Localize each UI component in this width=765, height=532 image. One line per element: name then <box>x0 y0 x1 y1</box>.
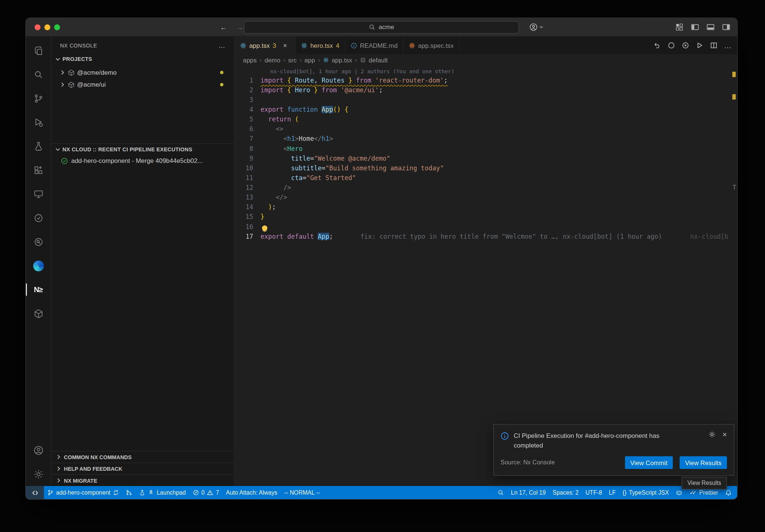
customize-layout-icon[interactable] <box>675 23 684 31</box>
toggle-secondary-sidebar-icon[interactable] <box>722 23 730 31</box>
indentation-status[interactable]: Spaces: 2 <box>549 486 582 499</box>
vim-mode-status[interactable]: -- NORMAL -- <box>281 486 323 499</box>
code-line[interactable]: 7 <h1>Home</h1> <box>235 134 737 144</box>
minimize-window-button[interactable] <box>44 24 50 30</box>
explorer-icon[interactable] <box>26 38 51 62</box>
code-line[interactable]: 14 ); <box>235 202 737 212</box>
cursor-position-status[interactable]: Ln 17, Col 19 <box>508 486 549 499</box>
code-line[interactable]: 1import { Route, Routes } from 'react-ro… <box>235 75 737 85</box>
source-control-icon[interactable] <box>26 86 51 110</box>
edge-browser-icon[interactable] <box>26 254 51 278</box>
nx-cloud-icon[interactable] <box>26 206 51 230</box>
code-line[interactable]: 15} <box>235 212 737 222</box>
settings-gear-icon[interactable] <box>26 462 51 486</box>
breadcrumb-item[interactable]: apps <box>243 56 257 64</box>
code-line[interactable]: 4export function App() { <box>235 105 737 115</box>
testing-icon[interactable] <box>26 134 51 158</box>
notification-close-icon[interactable]: × <box>722 431 727 438</box>
notification-settings-gear-icon[interactable] <box>708 431 716 438</box>
notification-message: CI Pipeline Execution for #add-hero-comp… <box>514 431 678 451</box>
more-actions-icon[interactable]: … <box>724 41 731 49</box>
breadcrumb-item[interactable]: app <box>304 56 315 64</box>
encoding-status[interactable]: UTF-8 <box>582 486 606 499</box>
code-line[interactable]: 8 <Hero <box>235 144 737 154</box>
extensions-icon[interactable] <box>26 158 51 182</box>
code-line[interactable]: 2import { Hero } from '@acme/ui'; <box>235 86 737 95</box>
breadcrumb-item[interactable]: src <box>288 56 297 64</box>
nx-migrate-section[interactable]: NX MIGRATE <box>51 474 234 486</box>
nx-cloud-section-header[interactable]: NX CLOUD :: RECENT CI PIPELINE EXECUTION… <box>51 144 234 155</box>
language-mode-status[interactable]: {} TypeScript JSX <box>619 486 672 499</box>
line-number: 13 <box>235 193 260 202</box>
projects-section-header[interactable]: PROJECTS <box>51 54 234 65</box>
breadcrumb-separator: › <box>318 57 320 64</box>
problems-status[interactable]: 0 7 <box>189 486 223 499</box>
breadcrumb-item[interactable]: demo <box>264 56 280 64</box>
nav-forward-icon[interactable]: → <box>236 23 244 31</box>
view-commit-button[interactable]: View Commit <box>625 457 673 469</box>
code-line[interactable]: 11 cta="Get Started" <box>235 173 737 183</box>
zoom-status[interactable] <box>495 486 508 499</box>
git-branch-status[interactable]: add-hero-component <box>44 486 123 499</box>
inline-git-blame-author: nx-cloud[b <box>690 232 737 241</box>
account-icon[interactable] <box>26 438 51 462</box>
command-center-search[interactable]: acme <box>244 21 519 34</box>
run-debug-icon[interactable] <box>26 110 51 134</box>
tab-readme-md[interactable]: README.md <box>345 37 403 54</box>
discard-icon[interactable] <box>653 41 661 49</box>
maximize-window-button[interactable] <box>54 24 60 30</box>
chevron-down-icon <box>55 56 61 62</box>
lightbulb-icon[interactable] <box>262 225 267 231</box>
tab-hero-tsx[interactable]: hero.tsx 4 <box>296 37 346 54</box>
close-window-button[interactable] <box>35 24 41 30</box>
auto-attach-status[interactable]: Auto Attach: Always <box>223 486 281 499</box>
toggle-panel-icon[interactable] <box>706 23 715 31</box>
code-line[interactable]: 3 <box>235 95 737 105</box>
project-item-acme-demo[interactable]: @acme/demo <box>51 66 234 79</box>
project-item-acme-ui[interactable]: @acme/ui <box>51 78 234 91</box>
run-icon[interactable] <box>696 41 704 49</box>
code-line[interactable]: 5 return ( <box>235 115 737 124</box>
common-nx-commands-section[interactable]: COMMON NX COMMANDS <box>51 451 234 463</box>
profile-menu-button[interactable] <box>529 23 543 31</box>
code-search-icon[interactable] <box>26 230 51 254</box>
line-number: 12 <box>235 183 260 193</box>
more-actions-icon[interactable]: … <box>219 41 226 49</box>
code-line[interactable]: 12 /> <box>235 183 737 193</box>
tab-app-tsx[interactable]: app.tsx 3 × <box>235 37 295 54</box>
remote-explorer-icon[interactable] <box>26 182 51 206</box>
code-editor[interactable]: nx-cloud[bot], 1 hour ago | 2 authors (Y… <box>235 66 737 486</box>
tab-app-spec-tsx[interactable]: app.spec.tsx <box>403 37 459 54</box>
breadcrumb-item[interactable]: app.tsx <box>332 56 352 64</box>
search-icon[interactable] <box>26 62 51 86</box>
pipeline-execution-item[interactable]: add-hero-component - Merge 409b44e5cb02.… <box>51 155 234 167</box>
launchpad-status[interactable]: Launchpad <box>136 486 189 499</box>
git-graph-button[interactable] <box>123 486 136 499</box>
close-icon[interactable]: × <box>280 40 290 50</box>
nav-back-icon[interactable]: ← <box>220 23 227 31</box>
breadcrumbs: apps › demo › src › app › app.tsx › defa… <box>235 54 737 66</box>
code-line[interactable]: 13 </> <box>235 193 737 202</box>
remote-indicator[interactable] <box>26 486 44 499</box>
overview-ruler[interactable]: T <box>731 66 737 486</box>
chevron-right-icon <box>56 466 61 471</box>
section-label: NX MIGRATE <box>64 477 97 483</box>
toggle-primary-sidebar-icon[interactable] <box>691 23 699 31</box>
breadcrumb-item[interactable]: default <box>369 56 388 64</box>
help-and-feedback-section[interactable]: HELP AND FEEDBACK <box>51 463 234 474</box>
remote-icon <box>31 489 38 496</box>
view-results-button[interactable]: View Results <box>680 457 727 469</box>
line-number: 9 <box>235 154 260 163</box>
code-line[interactable]: 10 subtitle="Build something amazing tod… <box>235 164 737 173</box>
split-editor-icon[interactable] <box>710 41 718 49</box>
nx-console-icon[interactable]: N≥ <box>26 278 51 301</box>
eol-status[interactable]: LF <box>606 486 619 499</box>
code-line[interactable]: 17export default App;fix: correct typo i… <box>235 232 737 241</box>
code-line[interactable]: 9 title="Welcome @acme/demo" <box>235 154 737 163</box>
container-icon[interactable] <box>26 301 51 325</box>
code-line[interactable]: 16 <box>235 222 737 232</box>
run-circle-icon[interactable] <box>682 41 690 49</box>
circle-outline-icon[interactable] <box>668 41 675 49</box>
project-label: @acme/demo <box>77 69 117 76</box>
code-line[interactable]: 6 <> <box>235 124 737 134</box>
